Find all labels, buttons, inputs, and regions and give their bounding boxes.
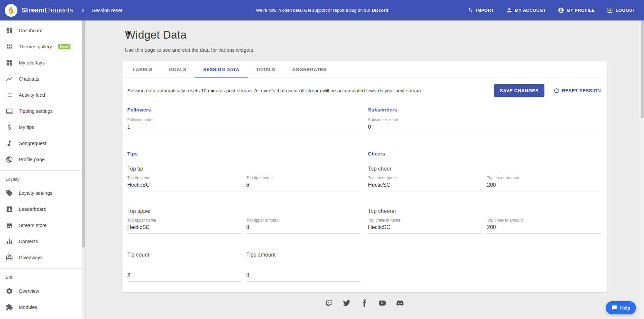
sidebar-item-label: Activity feed	[19, 92, 45, 98]
followers-heading: Followers	[127, 107, 361, 112]
streamelements-app: StreamElements Session reset We're now i…	[0, 0, 644, 319]
top-cheerer-group: Top cheerer Top cheerer name Top cheerer…	[368, 208, 601, 234]
followers-subscribers-row: Followers Follower count Subscribers Sub…	[122, 107, 607, 133]
import-export-icon	[467, 7, 474, 13]
tips-heading: Tips	[127, 151, 361, 156]
top-cheer-name-input[interactable]	[368, 180, 482, 191]
top-cheerer-title: Top cheerer	[368, 208, 601, 214]
top-cheerer-name-input[interactable]	[368, 223, 482, 234]
top-tip-amount-input[interactable]	[246, 180, 361, 191]
sidebar-item-songrequest[interactable]: Songrequest	[0, 135, 85, 151]
sidebar: Dashboard Themes gallery New! My overlay…	[0, 20, 85, 319]
sidebar-scrollbar-thumb[interactable]	[82, 20, 85, 247]
navbar-actions: IMPORT MY ACCOUNT MY PROFILE LOGOUT	[467, 7, 635, 13]
sidebar-item-activity-feed[interactable]: Activity feed	[0, 87, 85, 103]
sidebar-item-my-tips[interactable]: My tips	[0, 119, 85, 135]
sidebar-item-leaderboard[interactable]: Leaderboard	[0, 201, 85, 217]
chat-bubble-icon	[611, 305, 617, 311]
discord-link[interactable]: Discord	[372, 8, 388, 13]
top-tipper-name-field: Top tipper name	[127, 218, 242, 234]
top-cheer-name-field: Top cheer name	[368, 176, 482, 191]
discord-icon[interactable]	[396, 299, 404, 307]
tip-count-input[interactable]	[127, 270, 242, 282]
dashboard-icon	[6, 27, 13, 34]
dollar-icon	[6, 124, 13, 131]
brand-part-2: Elements	[45, 6, 73, 14]
sidebar-item-chatstats[interactable]: Chatstats	[0, 71, 85, 87]
facebook-icon[interactable]	[361, 299, 368, 307]
widgets-icon	[6, 59, 13, 66]
twitter-icon[interactable]	[343, 299, 351, 307]
page-subtitle: Use this page to see and edit the data f…	[125, 47, 607, 53]
import-button[interactable]: IMPORT	[467, 7, 494, 13]
my-profile-button[interactable]: MY PROFILE	[558, 7, 595, 13]
tips-amount-field: Tips amount	[246, 252, 361, 282]
sidebar-bot-list: Overview Modules	[0, 283, 85, 315]
sidebar-item-label: Overview	[19, 288, 39, 294]
top-cheerer-amount-input[interactable]	[487, 223, 601, 234]
refresh-icon	[553, 87, 560, 94]
top-cheer-amount-input[interactable]	[487, 180, 601, 191]
tab-labels[interactable]: LABELS	[124, 61, 161, 77]
sidebar-item-label: Giveaways	[19, 255, 43, 260]
laptop-icon	[6, 107, 13, 115]
sidebar-item-dashboard[interactable]: Dashboard	[0, 22, 85, 39]
top-tipper-name-input[interactable]	[127, 223, 242, 234]
sidebar-item-overview[interactable]: Overview	[0, 283, 85, 299]
brand[interactable]: StreamElements	[5, 4, 73, 17]
page-title: Widget Data	[125, 29, 607, 41]
sidebar-item-tipping-settings[interactable]: Tipping settings	[0, 103, 85, 119]
sidebar-main-list: Dashboard Themes gallery New! My overlay…	[0, 20, 85, 168]
help-button[interactable]: Help	[606, 301, 636, 314]
top-cheer-group: Top cheer Top cheer name Top cheer amoun…	[368, 166, 601, 191]
sidebar-item-profile-page[interactable]: Profile page	[0, 151, 85, 168]
sidebar-item-label: Themes gallery	[19, 44, 52, 49]
sidebar-item-my-overlays[interactable]: My overlays	[0, 55, 85, 71]
page-scrollbar[interactable]	[641, 20, 644, 319]
top-tipper-name-label: Top tipper name	[127, 218, 242, 223]
tips-amount-input[interactable]	[246, 270, 361, 282]
twitch-icon[interactable]	[325, 299, 333, 307]
top-tip-group: Top tip Top tip name Top tip amount	[127, 166, 361, 191]
sidebar-item-stream-store[interactable]: Stream store	[0, 217, 85, 233]
page-scrollbar-thumb[interactable]	[641, 20, 644, 118]
logout-button[interactable]: LOGOUT	[607, 7, 635, 13]
subscriber-count-input[interactable]	[368, 122, 601, 133]
sidebar-item-themes-gallery[interactable]: Themes gallery New!	[0, 39, 85, 55]
my-account-button[interactable]: MY ACCOUNT	[506, 7, 546, 13]
sidebar-item-modules[interactable]: Modules	[0, 299, 85, 315]
reset-session-label: RESET SESSION	[562, 88, 601, 93]
top-tip-amount-label: Top tip amount	[246, 176, 361, 180]
tip-count-title: Tip count	[127, 252, 242, 258]
sidebar-item-loyalty-settings[interactable]: Loyalty settings	[0, 185, 85, 201]
top-cheer-name-label: Top cheer name	[368, 176, 482, 180]
top-tipper-amount-input[interactable]	[246, 223, 361, 234]
top-cheerer-amount-label: Top cheerer amount	[487, 218, 601, 223]
follower-count-input[interactable]	[127, 122, 361, 133]
sidebar-item-label: Dashboard	[19, 28, 43, 33]
reset-session-button[interactable]: RESET SESSION	[553, 87, 601, 94]
brand-part-1: Stream	[21, 6, 45, 14]
subscribers-section: Subscribers Subscriber count	[368, 107, 601, 133]
gear-icon	[6, 287, 13, 295]
tab-totals[interactable]: TOTALS	[248, 61, 283, 77]
tab-goals[interactable]: GOALS	[161, 61, 195, 77]
follower-count-label: Follower count	[127, 118, 361, 122]
sidebar-item-contests[interactable]: Contests	[0, 233, 85, 249]
tab-aggregates[interactable]: AGGREGATES	[284, 61, 335, 77]
sidebar-scrollbar[interactable]	[82, 20, 85, 319]
subscriber-count-field: Subscriber count	[368, 118, 601, 133]
sidebar-item-label: Songrequest	[19, 141, 46, 146]
beta-message: We're now in open beta! Get support or r…	[256, 8, 370, 13]
top-cheerer-amount-field: Top cheerer amount	[487, 218, 601, 234]
subscriber-count-label: Subscriber count	[368, 118, 601, 122]
session-note: Session data automatically resets 10 min…	[127, 88, 494, 93]
sidebar-item-giveaways[interactable]: Giveaways	[0, 249, 85, 266]
save-changes-button[interactable]: SAVE CHANGES	[494, 84, 544, 97]
tab-session-data[interactable]: SESSION DATA	[195, 61, 248, 77]
top-tip-name-input[interactable]	[127, 180, 242, 191]
brand-text: StreamElements	[21, 6, 73, 14]
youtube-icon[interactable]	[379, 299, 386, 307]
sidebar-item-label: Loyalty settings	[19, 190, 52, 196]
list-icon	[6, 91, 13, 99]
